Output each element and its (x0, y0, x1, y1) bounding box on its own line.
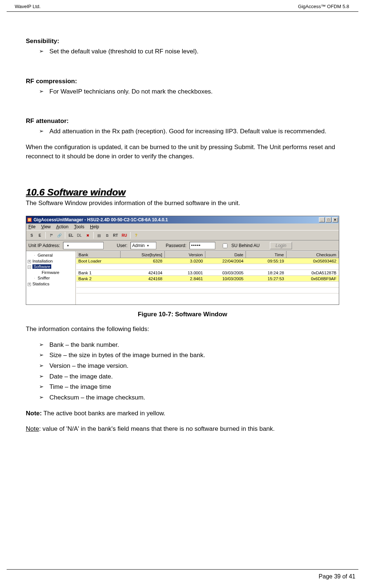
field-date: Date – the image date. (26, 372, 339, 381)
paragraph-submit: When the configuration is updated, it ca… (26, 143, 339, 161)
login-button[interactable]: Login (270, 242, 292, 249)
field-checksum: Checksum – the image checksum. (26, 393, 339, 402)
title-bar: GigAccessUnitManager - HSU2-2.4D 00-50-C… (26, 216, 339, 223)
password-label: Password: (166, 243, 187, 248)
table-row[interactable]: Bank 142410413.000103/03/200518:24:280xD… (76, 270, 339, 276)
note-na: Note: value of 'N/A' in the bank's field… (26, 425, 339, 434)
maximize-button[interactable]: □ (326, 217, 331, 222)
user-combo[interactable]: Admin (131, 242, 156, 249)
tree-sniffer[interactable]: Sniffer (38, 276, 50, 280)
col-version[interactable]: Version (165, 251, 205, 258)
minimize-button[interactable]: _ (319, 217, 325, 222)
field-time: Time – the image time (26, 383, 339, 392)
table-row (76, 288, 339, 293)
heading-software-window: 10.6 Software window (26, 187, 339, 198)
su-behind-au-checkbox[interactable] (223, 243, 227, 248)
col-checksum[interactable]: Checksum (286, 251, 339, 258)
figure-software-window: GigAccessUnitManager - HSU2-2.4D 00-50-C… (26, 216, 339, 318)
tree-general[interactable]: General (38, 253, 53, 257)
col-size[interactable]: Size[bytes] (121, 251, 165, 258)
sensibility-item: Set the default value (threshold to cut … (26, 47, 339, 56)
section-rf-compression: RF compression: (26, 78, 339, 85)
user-label: User: (117, 243, 128, 248)
rf-attenuator-item: Add attenuation in the Rx path (receptio… (26, 127, 339, 136)
col-time[interactable]: Time (246, 251, 286, 258)
tool-bang[interactable]: !* (48, 232, 55, 239)
menu-help[interactable]: Help (90, 224, 99, 229)
delete-icon[interactable]: ✖ (84, 232, 91, 239)
table-row[interactable]: Bank 24241682.846110/03/200515:27:530x6D… (76, 276, 339, 282)
page-header: WaveIP Ltd. GigAccess™ OFDM 5.8 (7, 0, 358, 12)
tool-s[interactable]: S (28, 232, 35, 239)
tool-bar: S E !* 🔗 EL DL ✖ ▤ 🗎 RT RU ? (26, 230, 339, 240)
app-window: GigAccessUnitManager - HSU2-2.4D 00-50-C… (26, 216, 339, 305)
help-icon[interactable]: ? (133, 232, 139, 239)
tool-el[interactable]: EL (67, 232, 74, 239)
software-intro: The Software Window provides information… (26, 200, 339, 207)
page-footer: Page 39 of 41 (7, 569, 358, 580)
col-bank[interactable]: Bank (76, 251, 121, 258)
header-left: WaveIP Ltd. (15, 4, 41, 9)
tool-link-icon[interactable]: 🔗 (56, 232, 63, 239)
col-date[interactable]: Date (205, 251, 246, 258)
menu-bar: File View Action Tools Help (26, 223, 339, 230)
software-table: Bank Size[bytes] Version Date Time Check… (76, 251, 339, 304)
menu-tools[interactable]: Tools (74, 224, 84, 229)
tool-dl[interactable]: DL (76, 232, 83, 239)
tree-software[interactable]: Software (32, 264, 51, 269)
field-size: Size – the size in bytes of the image bu… (26, 351, 339, 360)
table-row[interactable]: Boot Loader63283.020022/04/200409:55:190… (76, 258, 339, 264)
ip-address-combo[interactable] (63, 242, 104, 249)
table-row (76, 282, 339, 288)
table-row (76, 264, 339, 270)
password-field[interactable]: ••••• (190, 242, 215, 249)
nav-tree[interactable]: ·General +Installation −Software Firmwar… (26, 251, 76, 304)
info-intro: The information contains the following f… (26, 325, 339, 334)
section-rf-attenuator: RF attenuator: (26, 117, 339, 125)
ip-label: Unit IP Address: (28, 243, 60, 248)
tool-ru[interactable]: RU (121, 232, 128, 239)
tool-rt[interactable]: RT (112, 232, 119, 239)
list-icon[interactable]: ▤ (96, 232, 102, 239)
section-sensibility: Sensibility: (26, 38, 339, 45)
menu-file[interactable]: File (28, 224, 35, 229)
app-icon (27, 217, 32, 222)
svg-rect-1 (28, 218, 31, 221)
field-bank: Bank – the bank number. (26, 341, 339, 350)
menu-action[interactable]: Action (56, 224, 68, 229)
tool-e[interactable]: E (36, 232, 43, 239)
note-active-banks: Note: The active boot banks are marked i… (26, 409, 339, 418)
address-bar: Unit IP Address: User: Admin Password: •… (26, 240, 339, 251)
rf-compression-item: For WaveIP technicians only. Do not mark… (26, 87, 339, 96)
su-behind-au-label: SU Behind AU (232, 243, 260, 248)
tree-installation[interactable]: Installation (32, 259, 53, 263)
doc-icon[interactable]: 🗎 (104, 232, 111, 239)
tree-firmware[interactable]: Firmware (42, 270, 59, 275)
field-version: Version – the image version. (26, 362, 339, 371)
window-title: GigAccessUnitManager - HSU2-2.4D 00-50-C… (34, 217, 168, 222)
page-number: Page 39 of 41 (319, 573, 355, 580)
tree-statistics[interactable]: Statistics (32, 282, 49, 286)
figure-caption: Figure 10-7: Software Window (26, 311, 339, 318)
menu-view[interactable]: View (41, 224, 51, 229)
header-right: GigAccess™ OFDM 5.8 (298, 4, 349, 9)
close-button[interactable]: ✕ (332, 217, 338, 222)
